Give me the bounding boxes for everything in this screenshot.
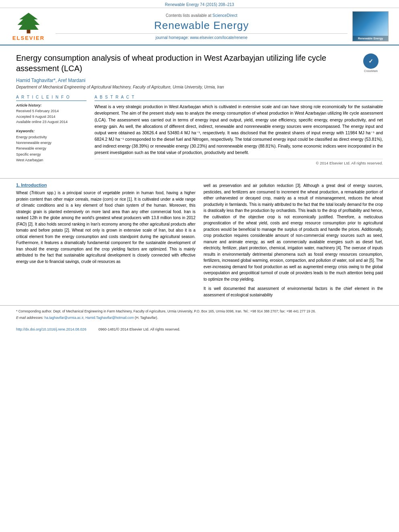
- journal-cover-image: Renewable Energy: [352, 11, 389, 41]
- article-title: Energy consumption analysis of wheat pro…: [16, 53, 383, 74]
- keywords-label: Keywords:: [16, 129, 86, 133]
- abstract-text: Wheat is a very strategic production in …: [95, 103, 383, 156]
- keyword-3: Renewable energy: [16, 146, 86, 151]
- keyword-2: Nonrenewable energy: [16, 140, 86, 146]
- section-number: 1.: [16, 183, 20, 187]
- article-info-abstract: A R T I C L E I N F O Article history: R…: [16, 95, 383, 165]
- section-divider: [0, 178, 399, 179]
- article-info-column: A R T I C L E I N F O Article history: R…: [16, 95, 86, 165]
- footnote-area: * Corresponding author. Dept. of Mechani…: [0, 305, 399, 324]
- sciencedirect-prefix: Contents lists available at: [166, 13, 211, 18]
- elsevier-tree-icon: [14, 12, 43, 34]
- main-content: 1. Introduction Wheat (Triticum spp.) is…: [0, 183, 399, 301]
- author-names: Hamid Taghavifar*, Aref Mardani: [16, 78, 86, 83]
- received-date: Received 5 February 2014: [16, 109, 86, 114]
- crossmark-circle: ✓: [363, 53, 378, 69]
- sciencedirect-link[interactable]: ScienceDirect: [212, 13, 237, 18]
- elsevier-wordmark: ELSEVIER: [12, 35, 45, 41]
- intro-paragraph-right-1: well as preservation and air pollution r…: [204, 183, 383, 282]
- journal-homepage: journal homepage: www.elsevier.com/locat…: [56, 33, 348, 40]
- article-body: Energy consumption analysis of wheat pro…: [0, 45, 399, 174]
- title-area: Energy consumption analysis of wheat pro…: [16, 53, 383, 74]
- svg-rect-2: [27, 30, 30, 33]
- intro-section-title: 1. Introduction: [16, 183, 195, 187]
- abstract-header: A B S T R A C T: [95, 95, 383, 101]
- keywords-block: Keywords: Energy productivity Nonrenewab…: [16, 129, 86, 163]
- crossmark-label: CrossMark: [364, 70, 378, 72]
- main-right-column: well as preservation and air pollution r…: [204, 183, 383, 301]
- footnote-star-text: * Corresponding author. Dept. of Mechani…: [16, 309, 316, 313]
- journal-title: Renewable Energy: [56, 19, 348, 32]
- journal-reference: Renewable Energy 74 (2015) 208–213: [165, 2, 234, 7]
- email-label: E-mail addresses:: [16, 316, 43, 320]
- journal-header: ELSEVIER Contents lists available at Sci…: [0, 8, 399, 45]
- crossmark-icon: ✓: [368, 58, 373, 64]
- main-left-column: 1. Introduction Wheat (Triticum spp.) is…: [16, 183, 195, 301]
- section-title-text: Introduction: [21, 183, 47, 187]
- email-end: (H. Taghavifar).: [134, 316, 158, 320]
- available-date: Available online 23 August 2014: [16, 119, 86, 125]
- svg-marker-1: [18, 12, 40, 29]
- copyright-line: © 2014 Elsevier Ltd. All rights reserved…: [95, 159, 383, 165]
- issn-text: 0960-1481/© 2014 Elsevier Ltd. All right…: [99, 327, 180, 331]
- accepted-date: Accepted 9 August 2014: [16, 114, 86, 120]
- elsevier-logo: ELSEVIER: [6, 12, 51, 41]
- email-link-2[interactable]: Hamid.Taghavifar@hotmail.com: [85, 316, 134, 320]
- elsevier-logo-area: ELSEVIER: [6, 12, 51, 41]
- authors: Hamid Taghavifar*, Aref Mardani: [16, 78, 383, 83]
- history-label: Article history:: [16, 103, 86, 107]
- keyword-5: West Azarbayjan: [16, 157, 86, 163]
- intro-paragraph-right-2: It is well documented that assessment of…: [204, 286, 383, 298]
- article-info-header: A R T I C L E I N F O: [16, 95, 86, 101]
- keyword-4: Specific energy: [16, 152, 86, 157]
- footer-bar: http://dx.doi.org/10.1016/j.rene.2014.08…: [0, 326, 399, 333]
- page: Renewable Energy 74 (2015) 208–213 ELSEV…: [0, 0, 399, 333]
- sciencedirect-line: Contents lists available at ScienceDirec…: [56, 13, 348, 18]
- journal-top-bar: Renewable Energy 74 (2015) 208–213: [0, 0, 399, 8]
- abstract-column: A B S T R A C T Wheat is a very strategi…: [95, 95, 383, 165]
- keyword-1: Energy productivity: [16, 134, 86, 140]
- journal-cover: Renewable Energy: [352, 11, 393, 41]
- doi-link[interactable]: http://dx.doi.org/10.1016/j.rene.2014.08…: [16, 327, 86, 331]
- journal-header-center: Contents lists available at ScienceDirec…: [56, 13, 348, 40]
- crossmark-badge: ✓ CrossMark: [359, 53, 383, 73]
- email-link-1[interactable]: ha.taghavifar@urmia.ac.ir: [44, 316, 83, 320]
- homepage-link[interactable]: journal homepage: www.elsevier.com/locat…: [156, 35, 247, 40]
- footnote-email: E-mail addresses: ha.taghavifar@urmia.ac…: [16, 315, 383, 320]
- footnote-star: * Corresponding author. Dept. of Mechani…: [16, 309, 383, 314]
- cover-title: Renewable Energy: [353, 36, 388, 41]
- article-history-block: Article history: Received 5 February 201…: [16, 103, 86, 125]
- intro-paragraph-1: Wheat (Triticum spp.) is a principal sou…: [16, 190, 195, 265]
- affiliation: Department of Mechanical Engineering of …: [16, 85, 383, 89]
